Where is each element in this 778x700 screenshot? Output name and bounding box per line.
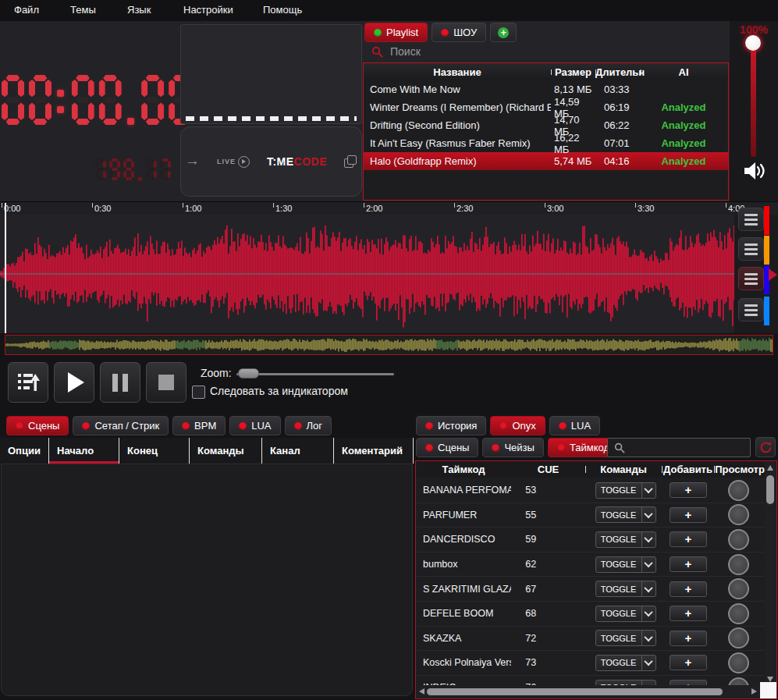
stop-button[interactable] (146, 362, 187, 403)
left-column-1[interactable]: Опции (0, 438, 49, 464)
column-add[interactable]: Добавить (662, 464, 714, 475)
command-select[interactable]: TOGGLE (595, 556, 656, 573)
left-tab-3[interactable]: BPM (172, 416, 226, 435)
load-playlist-button[interactable] (8, 362, 48, 403)
playlist-row[interactable]: Come With Me Now8,13 МБ03:33 (364, 80, 728, 98)
left-column-2[interactable]: Начало трип (49, 438, 119, 464)
command-select[interactable]: TOGGLE (595, 531, 656, 548)
timecode-row[interactable]: BANANA PERFOMANS53TOGGLE+ (417, 478, 764, 503)
command-select[interactable]: TOGGLE (595, 680, 656, 685)
menu-item-3[interactable]: Язык (127, 4, 151, 16)
playlist-row[interactable]: Winter Dreams (I Remember) (Richard Earn… (364, 98, 728, 116)
add-command-button[interactable]: + (670, 507, 707, 523)
playlist-tab-1[interactable]: Playlist (364, 23, 428, 42)
refresh-button[interactable] (755, 437, 776, 457)
scroll-left-icon[interactable] (419, 688, 425, 695)
right-tab-3[interactable]: LUA (549, 416, 600, 435)
timeline-ruler[interactable]: 0:000:301:001:302:002:303:003:304:00 (0, 201, 778, 215)
timecode-row[interactable]: Koscki Polnaiya Versiya73TOGGLE+ (417, 651, 764, 676)
left-tab-5[interactable]: Лог (285, 416, 332, 435)
preview-radio[interactable] (728, 554, 749, 575)
column-commands[interactable]: Команды (585, 464, 662, 475)
playlist-search[interactable]: Поиск (363, 41, 730, 62)
preview-radio[interactable] (728, 677, 749, 685)
timecode-row[interactable]: SKAZKA72TOGGLE+ (417, 627, 764, 652)
pause-button[interactable] (100, 362, 140, 403)
preview-radio[interactable] (728, 627, 749, 648)
add-command-button[interactable]: + (670, 680, 707, 685)
left-column-3[interactable]: Конец тригге (119, 438, 190, 464)
right-tab-1[interactable]: История (416, 416, 486, 435)
playhead[interactable] (5, 203, 6, 333)
column-name[interactable]: Название (364, 66, 551, 78)
horizontal-scroll-thumb[interactable] (427, 688, 723, 695)
play-button[interactable] (54, 362, 94, 403)
menu-item-2[interactable]: Темы (70, 4, 96, 16)
add-command-button[interactable]: + (670, 581, 707, 597)
scroll-down-icon[interactable] (767, 677, 773, 682)
column-size[interactable]: Размер (551, 66, 595, 78)
column-cue[interactable]: CUE (511, 464, 585, 475)
menu-item-5[interactable]: Помощь (263, 4, 302, 16)
track-button-3[interactable] (738, 267, 764, 290)
playlist-tab-2[interactable]: ШОУ (432, 23, 486, 42)
playlist-row[interactable]: Halo (Goldfrapp Remix)5,74 МБ04:16Analyz… (364, 152, 728, 170)
volume-slider-knob[interactable] (745, 35, 761, 51)
cue-search-input[interactable] (607, 438, 751, 457)
add-command-button[interactable]: + (670, 606, 707, 621)
command-select[interactable]: TOGGLE (595, 506, 656, 523)
live-mode-button[interactable]: LIVE (217, 156, 250, 168)
left-tab-2[interactable]: Сетап / Стрик (73, 416, 169, 435)
overview-waveform[interactable] (5, 335, 773, 355)
preview-radio[interactable] (728, 480, 749, 501)
timecode-row[interactable]: S ZAKRITIMI GLAZAMI67TOGGLE+ (417, 577, 764, 602)
zoom-slider-track[interactable] (236, 373, 394, 375)
command-select[interactable]: TOGGLE (595, 482, 656, 499)
preview-radio[interactable] (728, 529, 749, 550)
command-select[interactable]: TOGGLE (595, 606, 656, 622)
command-select[interactable]: TOGGLE (595, 630, 656, 646)
track-button-2[interactable] (738, 237, 764, 261)
command-select[interactable]: TOGGLE (595, 655, 656, 671)
scroll-up-icon[interactable] (767, 465, 773, 471)
copy-icon[interactable] (344, 155, 357, 169)
left-column-4[interactable]: Команды (190, 438, 262, 464)
volume-slider-track[interactable] (751, 40, 756, 157)
add-command-button[interactable]: + (670, 631, 707, 646)
right-subtab-1[interactable]: Сцены (416, 438, 478, 457)
add-command-button[interactable]: + (670, 556, 707, 572)
left-column-6[interactable]: Коментарий (334, 438, 414, 464)
add-command-button[interactable]: + (670, 655, 707, 670)
track-button-4[interactable] (738, 298, 764, 322)
column-view[interactable]: Просмотр (714, 464, 766, 475)
timecode-row[interactable]: bumbox62TOGGLE+ (417, 553, 764, 577)
left-column-5[interactable]: Канал (262, 438, 334, 464)
preview-radio[interactable] (728, 603, 749, 624)
left-tab-4[interactable]: LUA (229, 416, 280, 435)
timecode-mode-button[interactable]: T:MECODE (267, 155, 327, 168)
column-duration[interactable]: Длительн (595, 66, 641, 78)
timecode-row[interactable]: DEFELE BOOM68TOGGLE+ (417, 602, 764, 627)
waveform-area[interactable] (0, 215, 734, 333)
menu-item-1[interactable]: Файл (14, 4, 39, 16)
playlist-row[interactable]: It Ain't Easy (Rasmus Faber Remix)16,22 … (364, 134, 728, 152)
right-tab-2[interactable]: Onyx (490, 416, 545, 435)
zoom-slider-thumb[interactable] (238, 368, 259, 378)
right-subtab-2[interactable]: Чейзы (482, 438, 543, 457)
vertical-scroll-thumb[interactable] (766, 475, 774, 504)
timecode-row[interactable]: PARFUMER55TOGGLE+ (417, 503, 764, 528)
scroll-right-icon[interactable] (751, 688, 757, 695)
timecode-row[interactable]: DANCERDISCO59TOGGLE+ (417, 528, 764, 553)
column-ai[interactable]: AI (641, 66, 726, 78)
forward-arrow-icon[interactable]: → (185, 152, 200, 169)
menu-item-4[interactable]: Настройки (183, 4, 233, 16)
vertical-scrollbar[interactable] (765, 462, 776, 685)
waveform-canvas[interactable] (0, 215, 734, 333)
add-command-button[interactable]: + (670, 531, 707, 547)
add-command-button[interactable]: + (670, 482, 707, 498)
playlist-tab-3[interactable]: + (490, 23, 517, 42)
preview-radio[interactable] (728, 652, 749, 673)
playlist-row[interactable]: Drifting (Second Edition)14,70 МБ06:22An… (364, 116, 728, 134)
track-button-1[interactable] (738, 208, 764, 231)
follow-indicator-checkbox[interactable] (192, 386, 205, 399)
